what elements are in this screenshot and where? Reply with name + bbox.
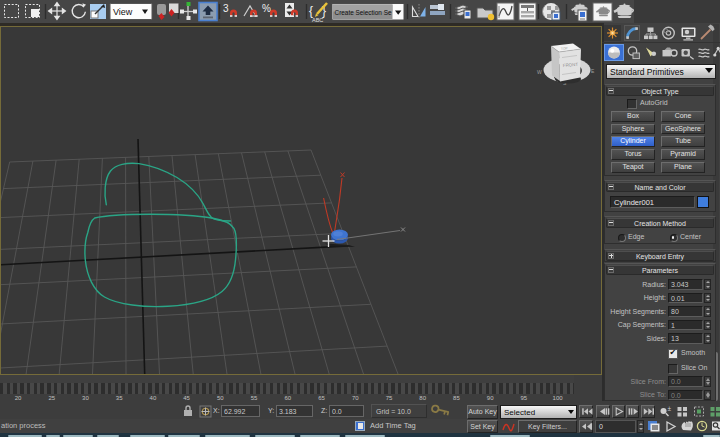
svg-text:View: View	[113, 7, 133, 17]
svg-text:3: 3	[223, 3, 229, 14]
svg-text:E: E	[591, 68, 595, 74]
svg-text:±: ±	[668, 405, 672, 412]
svg-text:Create Selection Se: Create Selection Se	[335, 8, 392, 17]
svg-text:%: %	[262, 3, 271, 14]
svg-text:W: W	[537, 69, 542, 75]
svg-text:ABC: ABC	[312, 17, 323, 23]
